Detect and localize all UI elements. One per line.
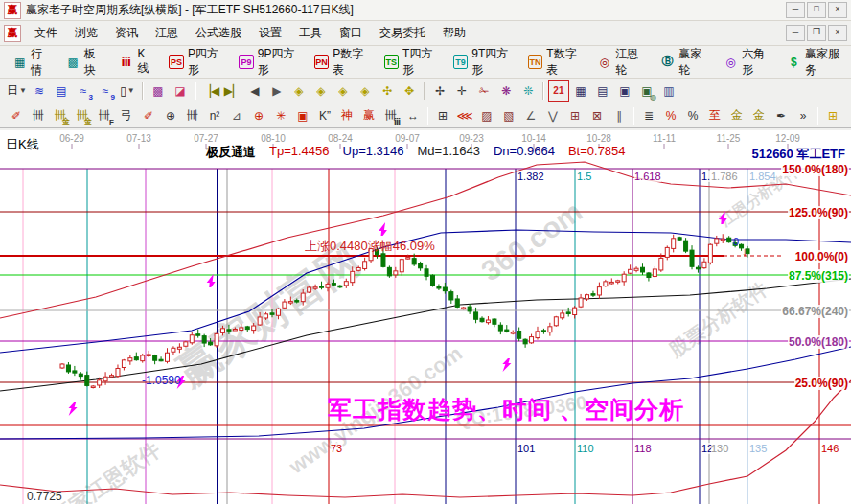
report-icon[interactable]: ▤ [592, 80, 613, 102]
9p-square-button[interactable]: P99P四方形 [232, 41, 306, 83]
shaded-box-tool[interactable]: ▨ [476, 105, 497, 126]
calculator-icon[interactable]: ▦ [570, 80, 591, 102]
grid-tool[interactable]: 卌 [28, 105, 49, 126]
cycle-tools-icon[interactable]: ❊ [518, 80, 539, 102]
ink-pen-tool[interactable]: ✒ [770, 105, 792, 126]
more-tools-chevron[interactable]: » [793, 105, 814, 126]
menu-资讯[interactable]: 资讯 [106, 22, 147, 44]
shaded-box-tool-2[interactable]: ▧ [498, 105, 519, 126]
sectors-button[interactable]: ▩板块 [59, 41, 111, 83]
zoom-diamond-left-icon[interactable]: ◈ [288, 80, 310, 102]
gold-grid-tool-2[interactable]: 卌金 [72, 105, 93, 126]
gann-circle-tool[interactable]: ⊕ [248, 105, 269, 126]
candle-body [381, 254, 385, 267]
next-bar-button[interactable]: ▶ [266, 80, 288, 102]
last-bar-mark: 0 [733, 236, 739, 247]
close-button[interactable]: × [828, 2, 847, 18]
levels-tool[interactable]: ≣ [638, 105, 659, 126]
t-square-button[interactable]: TST四方形 [378, 41, 445, 83]
percent-line-tool[interactable]: % [660, 105, 681, 126]
kline-button[interactable]: ⅲK线 [112, 42, 160, 81]
kline-mark-tool[interactable]: K” [314, 105, 335, 126]
pen-tool-2[interactable]: ✐ [138, 105, 159, 126]
mdi-minimize-button[interactable]: ─ [786, 25, 805, 41]
price-grid-tool-2[interactable]: ⊠ [586, 105, 608, 126]
save-web-icon[interactable]: ▣◍ [636, 80, 657, 102]
pan-hand-icon[interactable]: ✢ [429, 80, 450, 102]
gann-box-tool[interactable]: ⊞ [432, 105, 453, 126]
p-square-button[interactable]: PSP四方形 [162, 41, 230, 83]
winner-wheel-button[interactable]: Ⓑ赢家轮 [654, 41, 715, 83]
quotes-button[interactable]: ▦行情 [6, 41, 58, 83]
mdi-close-button[interactable]: × [828, 25, 847, 41]
candle-body [344, 282, 348, 286]
square-spiral-tool[interactable]: ▣ [292, 105, 313, 126]
candle-body [690, 250, 694, 266]
gold-grid-tool[interactable]: 卌金 [50, 105, 71, 126]
spiral-tool[interactable]: 弓 [116, 105, 137, 126]
pen-tool[interactable]: ✐ [6, 105, 27, 126]
square-number-tool[interactable]: n² [204, 105, 225, 126]
print-icon[interactable]: ▥ [658, 80, 679, 102]
first-bar-button[interactable]: ▕◀ [200, 80, 221, 102]
gann-tools-icon[interactable]: ❋ [495, 80, 517, 102]
big-wheel-icon: Ⓑ [660, 55, 675, 70]
fan-lines-tool[interactable]: ⋘ [454, 105, 475, 126]
candle-body [166, 353, 170, 361]
circle-arc-tool[interactable]: ⊕ [160, 105, 181, 126]
t-number-button[interactable]: TNT数字表 [521, 41, 588, 83]
candle-body [486, 320, 490, 323]
zoom-diamond-v-icon[interactable]: ◈ [355, 80, 376, 102]
fib-grid-tool[interactable]: 卌F [94, 105, 115, 126]
percent-level-tool[interactable]: 至 [704, 105, 725, 126]
gold-section-tool[interactable]: 金 [726, 105, 748, 126]
info-note-icon[interactable]: ▤ [51, 80, 72, 102]
width-tool[interactable]: ↔ [402, 105, 424, 126]
title-bar[interactable]: 赢 赢家老子时空周期系统[纵横版] - [军工ETF SH512660-117日… [0, 0, 851, 21]
crosshair-icon[interactable]: ✛ [451, 80, 472, 102]
save-icon[interactable]: ▣ [614, 80, 635, 102]
zigzag-tool[interactable]: ⋁ [542, 105, 564, 126]
parallel-lines-tool[interactable]: ∥ [609, 105, 630, 126]
calendar-21-icon[interactable]: 21 [548, 80, 569, 102]
candle-body [320, 286, 324, 288]
last-bar-button[interactable]: ▶▏ [222, 80, 243, 102]
trend-lines-tool[interactable]: ∠ [520, 105, 541, 126]
small-toolbar: 日▼≋▤≈3≈9▯▼▩◪▕◀▶▏◀▶◈◈◈◈✣✥✢✛✁❋❊21▦▤▣▣◍▥ [0, 79, 851, 103]
count-grid-tool-sub: ⅲ [394, 118, 401, 126]
measure-icon[interactable]: ✁ [473, 80, 494, 102]
grid-tool-2[interactable]: 卌 [182, 105, 203, 126]
minimize-button[interactable]: ─ [786, 2, 805, 18]
stock-swap-icon[interactable]: ▩ [148, 80, 169, 102]
shen-tool[interactable]: 神 [336, 105, 357, 126]
zoom-diamond-expand-icon[interactable]: ✥ [399, 80, 420, 102]
price-grid-tool[interactable]: ⊞ [564, 105, 586, 126]
zoom-diamond-right-icon[interactable]: ◈ [310, 80, 332, 102]
trend-scribble-icon[interactable]: ≋ [29, 80, 50, 102]
mdi-restore-button[interactable]: ❐ [807, 25, 826, 41]
prev-bar-button[interactable]: ◀ [244, 80, 265, 102]
wave-9-icon[interactable]: ≈9 [95, 80, 116, 102]
kline-chart-canvas[interactable]: 赢家财富网www.yingjia360.com360.comQQ:1008003… [0, 130, 851, 504]
flag-chart-icon[interactable]: ◪ [170, 80, 191, 102]
winner-service-button[interactable]: $赢家服务 [780, 41, 851, 83]
p-number-button[interactable]: PNP数字表 [308, 41, 376, 83]
maximize-button[interactable]: □ [807, 2, 826, 18]
zoom-diamond-compress-icon[interactable]: ✣ [377, 80, 398, 102]
yellow-grid-tool[interactable]: ⊞ [822, 105, 843, 126]
wave-3-icon[interactable]: ≈3 [73, 80, 94, 102]
date-label: 07-13 [126, 133, 151, 144]
star-burst-tool[interactable]: ✳ [270, 105, 291, 126]
hexagon-button[interactable]: ◎六角形 [717, 41, 778, 83]
angle-tool[interactable]: ⊿ [226, 105, 247, 126]
percent-tool[interactable]: % [682, 105, 703, 126]
gold-level-tool[interactable]: 金 [748, 105, 770, 126]
more-chevron-2[interactable]: » [844, 105, 851, 126]
candle-style-selector[interactable]: ▯▼ [117, 80, 138, 102]
count-grid-tool[interactable]: 卌ⅲ [380, 105, 402, 126]
9t-square-button[interactable]: T99T四方形 [447, 41, 519, 83]
period-day-selector[interactable]: 日▼ [6, 80, 28, 102]
ying-tool[interactable]: 赢 [358, 105, 380, 126]
gann-wheel-button[interactable]: ◎江恩轮 [590, 41, 652, 83]
zoom-diamond-h-icon[interactable]: ◈ [333, 80, 354, 102]
